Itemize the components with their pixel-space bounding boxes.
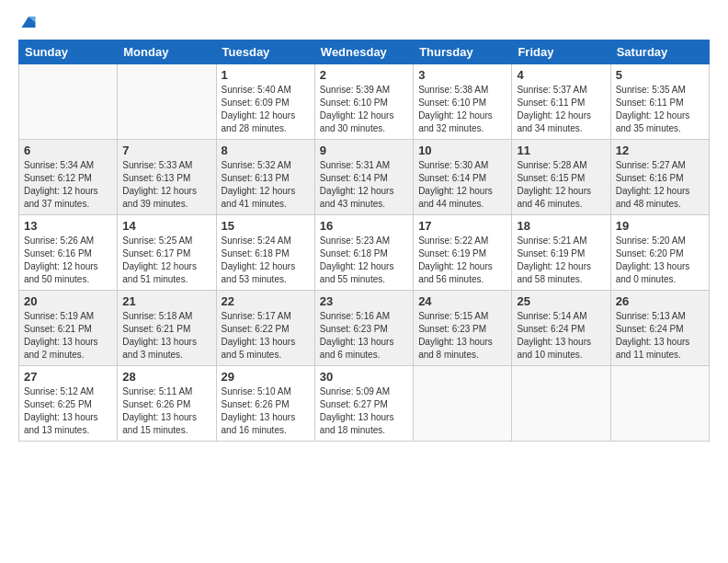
header-friday: Friday [512,40,610,64]
day-info: Sunrise: 5:25 AM Sunset: 6:17 PM Dayligh… [122,235,210,286]
day-info: Sunrise: 5:21 AM Sunset: 6:19 PM Dayligh… [517,235,605,286]
day-info: Sunrise: 5:13 AM Sunset: 6:24 PM Dayligh… [616,310,704,362]
day-info: Sunrise: 5:39 AM Sunset: 6:10 PM Dayligh… [320,84,408,135]
day-info: Sunrise: 5:37 AM Sunset: 6:11 PM Dayligh… [517,84,605,135]
day-number: 30 [320,370,408,384]
day-number: 21 [122,294,210,308]
day-info: Sunrise: 5:40 AM Sunset: 6:09 PM Dayligh… [222,84,310,135]
calendar-week-row: 20Sunrise: 5:19 AM Sunset: 6:21 PM Dayli… [19,291,710,366]
logo-icon [20,14,37,30]
day-info: Sunrise: 5:31 AM Sunset: 6:14 PM Dayligh… [320,159,408,211]
day-info: Sunrise: 5:32 AM Sunset: 6:13 PM Dayligh… [222,159,310,211]
day-number: 25 [517,294,605,308]
calendar-cell: 27Sunrise: 5:12 AM Sunset: 6:25 PM Dayli… [19,366,118,442]
day-number: 26 [616,294,704,308]
calendar-cell: 30Sunrise: 5:09 AM Sunset: 6:27 PM Dayli… [314,366,413,442]
calendar-cell: 21Sunrise: 5:18 AM Sunset: 6:21 PM Dayli… [118,291,216,366]
calendar-cell: 15Sunrise: 5:24 AM Sunset: 6:18 PM Dayli… [216,215,314,291]
calendar-week-row: 6Sunrise: 5:34 AM Sunset: 6:12 PM Daylig… [19,140,710,215]
day-info: Sunrise: 5:28 AM Sunset: 6:15 PM Dayligh… [517,159,605,211]
day-number: 20 [24,294,112,308]
day-info: Sunrise: 5:10 AM Sunset: 6:26 PM Dayligh… [222,385,310,437]
day-number: 18 [517,219,605,233]
calendar-cell: 10Sunrise: 5:30 AM Sunset: 6:14 PM Dayli… [414,140,512,215]
day-info: Sunrise: 5:26 AM Sunset: 6:16 PM Dayligh… [24,235,112,286]
calendar-cell: 18Sunrise: 5:21 AM Sunset: 6:19 PM Dayli… [512,215,610,291]
calendar-cell: 23Sunrise: 5:16 AM Sunset: 6:23 PM Dayli… [314,291,413,366]
day-info: Sunrise: 5:14 AM Sunset: 6:24 PM Dayligh… [517,310,605,362]
day-number: 13 [24,219,112,233]
day-number: 19 [616,219,704,233]
calendar-cell: 14Sunrise: 5:25 AM Sunset: 6:17 PM Dayli… [118,215,216,291]
calendar-cell: 20Sunrise: 5:19 AM Sunset: 6:21 PM Dayli… [19,291,118,366]
day-number: 6 [24,144,112,157]
calendar-week-row: 13Sunrise: 5:26 AM Sunset: 6:16 PM Dayli… [19,215,710,291]
day-number: 5 [616,68,704,82]
calendar-cell: 11Sunrise: 5:28 AM Sunset: 6:15 PM Dayli… [512,140,610,215]
day-number: 12 [616,144,704,157]
day-number: 15 [222,219,310,233]
calendar-cell: 8Sunrise: 5:32 AM Sunset: 6:13 PM Daylig… [216,140,314,215]
day-number: 3 [418,68,506,82]
calendar-header-row: SundayMondayTuesdayWednesdayThursdayFrid… [19,40,710,64]
calendar-cell: 4Sunrise: 5:37 AM Sunset: 6:11 PM Daylig… [512,64,610,140]
day-number: 27 [24,370,112,384]
calendar-cell: 22Sunrise: 5:17 AM Sunset: 6:22 PM Dayli… [216,291,314,366]
header-thursday: Thursday [414,40,512,64]
day-info: Sunrise: 5:30 AM Sunset: 6:14 PM Dayligh… [418,159,506,211]
day-number: 16 [320,219,408,233]
day-number: 9 [320,144,408,157]
day-number: 2 [320,68,408,82]
day-number: 22 [222,294,310,308]
calendar-cell [118,64,216,140]
day-info: Sunrise: 5:16 AM Sunset: 6:23 PM Dayligh… [320,310,408,362]
day-info: Sunrise: 5:11 AM Sunset: 6:26 PM Dayligh… [122,385,210,437]
calendar-cell [512,366,610,442]
day-number: 29 [222,370,310,384]
calendar-cell: 16Sunrise: 5:23 AM Sunset: 6:18 PM Dayli… [314,215,413,291]
header-wednesday: Wednesday [314,40,413,64]
day-number: 17 [418,219,506,233]
day-number: 7 [122,144,210,157]
day-number: 4 [517,68,605,82]
calendar-cell [610,366,709,442]
calendar-cell: 25Sunrise: 5:14 AM Sunset: 6:24 PM Dayli… [512,291,610,366]
calendar-cell: 12Sunrise: 5:27 AM Sunset: 6:16 PM Dayli… [610,140,709,215]
header-saturday: Saturday [610,40,709,64]
day-info: Sunrise: 5:09 AM Sunset: 6:27 PM Dayligh… [320,385,408,437]
day-info: Sunrise: 5:17 AM Sunset: 6:22 PM Dayligh… [222,310,310,362]
day-number: 24 [418,294,506,308]
day-number: 10 [418,144,506,157]
header-tuesday: Tuesday [216,40,314,64]
calendar-cell [414,366,512,442]
day-number: 1 [222,68,310,82]
calendar-cell: 29Sunrise: 5:10 AM Sunset: 6:26 PM Dayli… [216,366,314,442]
calendar-cell: 13Sunrise: 5:26 AM Sunset: 6:16 PM Dayli… [19,215,118,291]
day-info: Sunrise: 5:15 AM Sunset: 6:23 PM Dayligh… [418,310,506,362]
calendar-week-row: 1Sunrise: 5:40 AM Sunset: 6:09 PM Daylig… [19,64,710,140]
day-info: Sunrise: 5:12 AM Sunset: 6:25 PM Dayligh… [24,385,112,437]
calendar-cell: 5Sunrise: 5:35 AM Sunset: 6:11 PM Daylig… [610,64,709,140]
header-monday: Monday [118,40,216,64]
day-info: Sunrise: 5:18 AM Sunset: 6:21 PM Dayligh… [122,310,210,362]
page: SundayMondayTuesdayWednesdayThursdayFrid… [0,0,728,563]
calendar-cell: 9Sunrise: 5:31 AM Sunset: 6:14 PM Daylig… [314,140,413,215]
calendar-week-row: 27Sunrise: 5:12 AM Sunset: 6:25 PM Dayli… [19,366,710,442]
calendar-cell: 17Sunrise: 5:22 AM Sunset: 6:19 PM Dayli… [414,215,512,291]
day-info: Sunrise: 5:34 AM Sunset: 6:12 PM Dayligh… [24,159,112,211]
calendar-cell: 7Sunrise: 5:33 AM Sunset: 6:13 PM Daylig… [118,140,216,215]
day-info: Sunrise: 5:38 AM Sunset: 6:10 PM Dayligh… [418,84,506,135]
day-info: Sunrise: 5:35 AM Sunset: 6:11 PM Dayligh… [616,84,704,135]
day-number: 8 [222,144,310,157]
day-info: Sunrise: 5:20 AM Sunset: 6:20 PM Dayligh… [616,235,704,286]
calendar-cell: 26Sunrise: 5:13 AM Sunset: 6:24 PM Dayli… [610,291,709,366]
day-number: 14 [122,219,210,233]
header-sunday: Sunday [19,40,118,64]
day-info: Sunrise: 5:19 AM Sunset: 6:21 PM Dayligh… [24,310,112,362]
day-number: 11 [517,144,605,157]
day-info: Sunrise: 5:24 AM Sunset: 6:18 PM Dayligh… [222,235,310,286]
day-number: 28 [122,370,210,384]
calendar-cell: 6Sunrise: 5:34 AM Sunset: 6:12 PM Daylig… [19,140,118,215]
calendar-cell: 3Sunrise: 5:38 AM Sunset: 6:10 PM Daylig… [414,64,512,140]
calendar-cell [19,64,118,140]
